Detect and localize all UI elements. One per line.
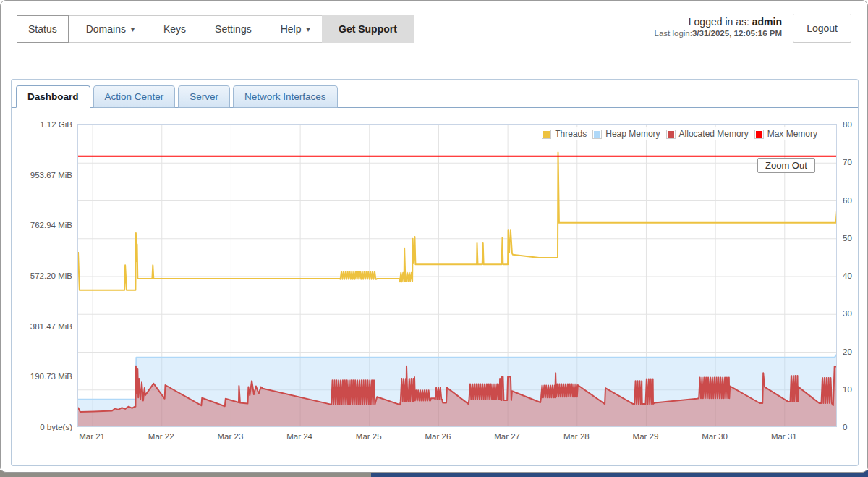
axis-tick-label: 50 — [843, 233, 868, 243]
caret-down-icon: ▾ — [307, 25, 310, 33]
username: admin — [752, 16, 782, 28]
axis-tick-label: 20 — [843, 347, 868, 357]
logout-button[interactable]: Logout — [793, 14, 851, 43]
axis-tick-label: 572.20 MiB — [12, 271, 72, 281]
nav-item-status[interactable]: Status — [17, 15, 69, 43]
axis-tick-label: Mar 27 — [485, 431, 529, 442]
nav-item-domains-label: Domains — [86, 23, 126, 35]
dashboard-panel: Dashboard Action Center Server Network I… — [11, 79, 859, 466]
last-login: Last login:3/31/2025, 12:05:16 PM — [655, 29, 782, 38]
nav-item-status-label: Status — [28, 23, 57, 35]
caret-down-icon: ▾ — [131, 25, 135, 33]
nav-item-keys[interactable]: Keys — [149, 16, 200, 42]
last-login-prefix: Last login: — [655, 29, 692, 38]
memory-threads-chart: 0 byte(s)190.73 MiB381.47 MiB572.20 MiB7… — [12, 80, 858, 465]
axis-tick-label: 0 — [843, 422, 868, 432]
axis-tick-label: 80 — [843, 119, 868, 130]
legend-label-max-memory: Max Memory — [767, 129, 817, 139]
logged-in-prefix: Logged in as: — [689, 16, 752, 28]
chart-plot — [77, 124, 837, 427]
axis-tick-label: Mar 25 — [347, 431, 391, 442]
axis-tick-label: Mar 28 — [555, 431, 598, 442]
nav-item-settings-label: Settings — [215, 23, 252, 35]
axis-tick-label: 953.67 MiB — [12, 170, 72, 180]
logged-in-as: Logged in as: admin — [655, 16, 782, 28]
axis-tick-label: 0 byte(s) — [12, 422, 72, 432]
axis-tick-label: 40 — [843, 271, 868, 281]
nav-item-help[interactable]: Help ▾ — [266, 16, 325, 42]
legend-color-heap-memory — [592, 130, 602, 139]
legend-color-max-memory — [754, 130, 764, 139]
chart-legend: ThreadsHeap MemoryAllocated MemoryMax Me… — [539, 127, 826, 140]
nav-item-keys-label: Keys — [163, 23, 186, 35]
app-window: Status Domains ▾ Keys Settings Help ▾ Ge… — [0, 0, 868, 473]
axis-tick-label: 1.12 GiB — [12, 119, 72, 130]
axis-tick-label: 10 — [843, 384, 868, 394]
axis-tick-label: Mar 31 — [762, 431, 806, 442]
last-login-value: 3/31/2025, 12:05:16 PM — [692, 29, 782, 38]
zoom-out-button[interactable]: Zoom Out — [757, 158, 815, 173]
login-info: Logged in as: admin Last login:3/31/2025… — [655, 16, 782, 38]
axis-tick-label: 70 — [843, 157, 868, 167]
legend-label-threads: Threads — [555, 129, 587, 139]
axis-tick-label: Mar 21 — [70, 431, 114, 442]
main-nav: Status Domains ▾ Keys Settings Help ▾ — [17, 15, 326, 43]
axis-tick-label: 190.73 MiB — [12, 371, 72, 381]
axis-tick-label: Mar 22 — [140, 431, 183, 442]
series-line-threads — [78, 153, 837, 290]
axis-tick-label: Mar 23 — [208, 431, 252, 442]
axis-tick-label: Mar 26 — [416, 431, 459, 442]
legend-color-allocated-memory — [666, 130, 676, 139]
nav-item-help-label: Help — [281, 23, 302, 35]
nav-item-settings[interactable]: Settings — [200, 16, 266, 42]
axis-tick-label: Mar 30 — [693, 431, 736, 442]
legend-label-heap-memory: Heap Memory — [605, 129, 660, 139]
axis-tick-label: 762.94 MiB — [12, 220, 72, 230]
legend-label-allocated-memory: Allocated Memory — [679, 129, 749, 139]
axis-tick-label: 60 — [843, 195, 868, 206]
legend-color-threads — [542, 130, 551, 139]
axis-tick-label: 30 — [843, 308, 868, 318]
get-support-button[interactable]: Get Support — [322, 15, 414, 43]
nav-item-domains[interactable]: Domains ▾ — [72, 16, 149, 42]
axis-tick-label: Mar 24 — [278, 431, 321, 442]
axis-tick-label: 381.47 MiB — [12, 321, 72, 332]
axis-tick-label: Mar 29 — [624, 431, 667, 442]
